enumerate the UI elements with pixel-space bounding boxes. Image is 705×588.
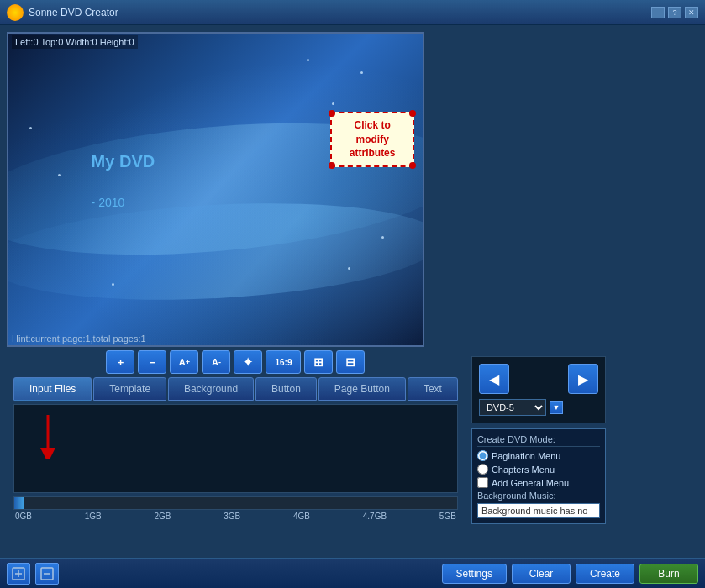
red-arrow-container xyxy=(35,413,61,462)
file-add-icon-button[interactable] xyxy=(7,563,30,585)
dvd-format-select[interactable]: DVD-5 DVD-9 xyxy=(479,399,546,416)
dvd-title: My DVD xyxy=(92,152,155,171)
storage-bar xyxy=(13,496,458,510)
title-bar: Sonne DVD Creator — ? ✕ xyxy=(0,0,705,25)
general-menu-checkbox[interactable] xyxy=(477,477,488,488)
dvd-format-row: DVD-5 DVD-9 ▼ xyxy=(479,399,598,416)
pagination-menu-row: Pagination Menu xyxy=(477,450,600,461)
preview-hint: Hint:current page:1,total pages:1 xyxy=(12,333,146,344)
create-mode-panel: Create DVD Mode: Pagination Menu Chapter… xyxy=(471,428,606,524)
label-2gb: 2GB xyxy=(155,512,171,521)
effect-button[interactable]: ✦ xyxy=(234,350,262,374)
tab-template[interactable]: Template xyxy=(93,377,166,401)
label-1gb: 1GB xyxy=(85,512,102,521)
settings-button[interactable]: Settings xyxy=(442,564,507,584)
add-button[interactable]: + xyxy=(106,350,134,374)
tab-bar: Input Files Template Background Button P… xyxy=(7,377,465,401)
close-button[interactable]: ✕ xyxy=(685,7,698,18)
clear-button[interactable]: Clear xyxy=(512,564,571,584)
action-bar: Settings Clear Create Burn xyxy=(0,558,705,588)
safe-button[interactable]: ⊟ xyxy=(336,350,365,374)
bg-music-title: Background Music: xyxy=(477,491,600,501)
dvd-subtitle: - 2010 xyxy=(92,196,125,209)
preview-area: Left:0 Top:0 Width:0 Height:0 My DVD - 2… xyxy=(7,32,465,347)
chapters-menu-row: Chapters Menu xyxy=(477,464,600,475)
preview-canvas[interactable]: Left:0 Top:0 Width:0 Height:0 My DVD - 2… xyxy=(7,32,424,347)
app-title: Sonne DVD Creator xyxy=(29,7,651,18)
corner-tr xyxy=(409,110,416,117)
app-icon xyxy=(7,4,24,21)
window-controls: — ? ✕ xyxy=(651,7,698,18)
storage-section: 0GB 1GB 2GB 3GB 4GB 4.7GB 5GB xyxy=(13,493,458,524)
star-3 xyxy=(332,102,334,105)
main-area: Left:0 Top:0 Width:0 Height:0 My DVD - 2… xyxy=(0,25,705,588)
file-remove-icon-button[interactable] xyxy=(35,563,59,585)
pagination-radio[interactable] xyxy=(477,450,488,461)
prev-button[interactable]: ◀ xyxy=(479,364,509,394)
create-button[interactable]: Create xyxy=(576,564,634,584)
bg-music-input[interactable] xyxy=(477,503,600,518)
file-add-icon xyxy=(11,566,26,581)
chapters-radio[interactable] xyxy=(477,464,488,475)
file-section: 0GB 1GB 2GB 3GB 4GB 4.7GB 5GB xyxy=(13,404,458,524)
label-4gb: 4GB xyxy=(293,512,310,521)
content-area: Left:0 Top:0 Width:0 Height:0 My DVD - 2… xyxy=(0,25,705,524)
red-arrow-icon xyxy=(35,413,61,459)
font-increase-button[interactable]: A+ xyxy=(170,350,198,374)
burn-button[interactable]: Burn xyxy=(639,564,698,584)
label-3gb: 3GB xyxy=(224,512,240,521)
modify-tooltip-text: Click to modify attributes xyxy=(350,119,396,160)
tab-text[interactable]: Text xyxy=(408,377,458,401)
star-2 xyxy=(360,71,363,74)
create-mode-title: Create DVD Mode: xyxy=(477,434,600,447)
tab-button[interactable]: Button xyxy=(255,377,317,401)
tab-input-files[interactable]: Input Files xyxy=(13,377,92,401)
toolbar: + − A+ A- ✦ 16:9 ⊞ ⊟ xyxy=(7,350,465,374)
remove-button[interactable]: − xyxy=(138,350,166,374)
help-button[interactable]: ? xyxy=(668,7,681,18)
label-0gb: 0GB xyxy=(15,512,32,521)
navigation-panel: ◀ ▶ DVD-5 DVD-9 ▼ xyxy=(471,356,606,423)
corner-tl xyxy=(329,110,335,117)
storage-labels: 0GB 1GB 2GB 3GB 4GB 4.7GB 5GB xyxy=(13,512,458,521)
star-8 xyxy=(29,127,32,129)
label-47gb: 4.7GB xyxy=(363,512,387,521)
star-1 xyxy=(307,59,309,61)
spacer xyxy=(471,32,606,351)
modify-tooltip[interactable]: Click to modify attributes xyxy=(330,112,414,167)
tab-background[interactable]: Background xyxy=(168,377,254,401)
general-menu-row: Add General Menu xyxy=(477,477,600,488)
nav-row: ◀ ▶ xyxy=(479,364,598,394)
aspect-button[interactable]: 16:9 xyxy=(266,350,301,374)
bg-music-section: Background Music: xyxy=(477,491,600,518)
pagination-label: Pagination Menu xyxy=(492,451,561,461)
next-button[interactable]: ▶ xyxy=(568,364,598,394)
file-area[interactable] xyxy=(13,404,458,493)
star-4 xyxy=(381,236,384,239)
tab-page-button[interactable]: Page Button xyxy=(318,377,406,401)
label-5gb: 5GB xyxy=(439,512,456,521)
file-remove-icon xyxy=(39,566,55,581)
preview-section: Left:0 Top:0 Width:0 Height:0 My DVD - 2… xyxy=(7,32,465,524)
general-menu-label: Add General Menu xyxy=(492,478,569,488)
storage-fill xyxy=(14,497,24,509)
font-decrease-button[interactable]: A- xyxy=(202,350,230,374)
minimize-button[interactable]: — xyxy=(651,7,665,18)
dvd-dropdown-arrow[interactable]: ▼ xyxy=(550,401,563,414)
preview-coordinates: Left:0 Top:0 Width:0 Height:0 xyxy=(12,35,138,49)
grid-button[interactable]: ⊞ xyxy=(304,350,333,374)
right-panel: ◀ ▶ DVD-5 DVD-9 ▼ Create DVD Mode: Pagin… xyxy=(471,32,606,524)
chapters-label: Chapters Menu xyxy=(492,465,555,475)
